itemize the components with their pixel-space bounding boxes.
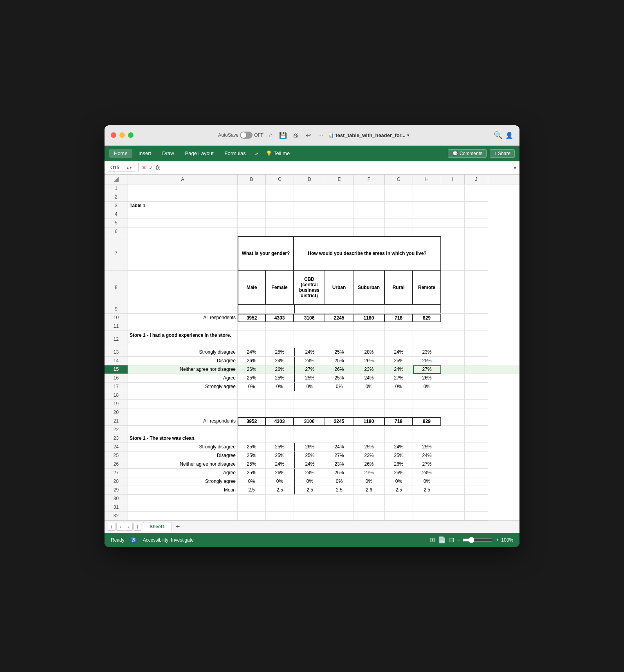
cell-h29[interactable]: 2.5: [413, 486, 441, 495]
cell-i22[interactable]: [441, 426, 465, 434]
cell-a9[interactable]: [128, 305, 238, 314]
cell-a17[interactable]: Strongly agree: [128, 383, 238, 391]
cell-c10[interactable]: 4303: [266, 314, 294, 322]
cell-e20[interactable]: [325, 408, 353, 417]
cell-b12[interactable]: [238, 331, 266, 348]
cell-f24[interactable]: 25%: [353, 443, 385, 452]
cell-h17[interactable]: 0%: [413, 383, 441, 391]
row-9[interactable]: 9: [105, 305, 128, 314]
row-22[interactable]: 22: [105, 426, 128, 434]
sheet-nav-next[interactable]: ›: [125, 523, 133, 531]
cell-f20[interactable]: [353, 408, 385, 417]
tab-page-layout[interactable]: Page Layout: [180, 149, 218, 158]
cell-c16[interactable]: 25%: [266, 374, 294, 383]
cell-h9[interactable]: [413, 305, 441, 314]
cell-c2[interactable]: [266, 193, 294, 202]
cell-g5[interactable]: [385, 219, 413, 228]
cell-dh7-header-area[interactable]: How would you describe the areas in whic…: [294, 236, 441, 271]
cell-f3[interactable]: [353, 202, 385, 210]
cell-f21[interactable]: 1180: [353, 417, 385, 426]
cell-d10[interactable]: 3106: [294, 314, 325, 322]
cell-g8-rural[interactable]: Rural: [385, 271, 413, 305]
cell-b13[interactable]: 24%: [238, 348, 266, 357]
cell-f1[interactable]: [353, 184, 385, 193]
cell-c23[interactable]: [266, 434, 294, 443]
cell-c24[interactable]: 25%: [266, 443, 294, 452]
col-header-f[interactable]: F: [353, 175, 385, 184]
cell-a18[interactable]: [128, 391, 238, 400]
cell-c32[interactable]: [266, 512, 294, 520]
cell-c19[interactable]: [266, 400, 294, 408]
cell-d20[interactable]: [294, 408, 325, 417]
cell-c12[interactable]: [266, 331, 294, 348]
cell-i6[interactable]: [441, 228, 465, 236]
cell-a4[interactable]: [128, 210, 238, 219]
cell-j5[interactable]: [465, 219, 488, 228]
cell-d2[interactable]: [294, 193, 325, 202]
cell-j29[interactable]: [465, 486, 488, 495]
cell-e23[interactable]: [325, 434, 353, 443]
cell-f30[interactable]: [353, 495, 385, 503]
cell-g9[interactable]: [385, 305, 413, 314]
row-19[interactable]: 19: [105, 400, 128, 408]
cell-b6[interactable]: [238, 228, 266, 236]
col-header-e[interactable]: E: [325, 175, 353, 184]
cell-b18[interactable]: [238, 391, 266, 400]
cell-b19[interactable]: [238, 400, 266, 408]
cell-b8-male[interactable]: Male: [238, 271, 266, 305]
cell-e24[interactable]: 24%: [325, 443, 353, 452]
tell-me-label[interactable]: Tell me: [274, 150, 290, 156]
cell-a15[interactable]: Neither agree nor disagree: [128, 365, 238, 374]
row-25[interactable]: 25: [105, 452, 128, 460]
cell-c29[interactable]: 2.5: [266, 486, 294, 495]
cell-e4[interactable]: [325, 210, 353, 219]
cell-d15[interactable]: 27%: [294, 365, 325, 374]
cell-c14[interactable]: 24%: [266, 357, 294, 365]
cell-a2[interactable]: [128, 193, 238, 202]
cell-h25[interactable]: 24%: [413, 452, 441, 460]
cell-d21[interactable]: 3106: [294, 417, 325, 426]
cell-g23[interactable]: [385, 434, 413, 443]
cell-g22[interactable]: [385, 426, 413, 434]
cell-i30[interactable]: [441, 495, 465, 503]
confirm-icon[interactable]: ✓: [149, 164, 153, 171]
cell-j17[interactable]: [465, 383, 488, 391]
cell-d17[interactable]: 0%: [294, 383, 325, 391]
cell-g12[interactable]: [385, 331, 413, 348]
more-icon[interactable]: ···: [317, 131, 325, 139]
cell-d30[interactable]: [294, 495, 325, 503]
home-icon[interactable]: ⌂: [267, 131, 274, 139]
cell-j16[interactable]: [465, 374, 488, 383]
cell-g17[interactable]: 0%: [385, 383, 413, 391]
cancel-icon[interactable]: ✕: [142, 164, 146, 171]
cell-b30[interactable]: [238, 495, 266, 503]
cell-a7[interactable]: [128, 236, 238, 271]
cell-j6[interactable]: [465, 228, 488, 236]
zoom-in-icon[interactable]: +: [496, 537, 499, 543]
col-header-a[interactable]: A: [128, 175, 238, 184]
cell-d26[interactable]: 24%: [294, 460, 325, 469]
cell-c15[interactable]: 26%: [266, 365, 294, 374]
cell-f12[interactable]: [353, 331, 385, 348]
cell-c9[interactable]: [266, 305, 294, 314]
cell-a13[interactable]: Strongly disagree: [128, 348, 238, 357]
cell-i8[interactable]: [441, 271, 465, 305]
cell-a10[interactable]: All respondents: [128, 314, 238, 322]
cell-j30[interactable]: [465, 495, 488, 503]
zoom-slider[interactable]: [462, 537, 494, 543]
cell-d6[interactable]: [294, 228, 325, 236]
cell-i24[interactable]: [441, 443, 465, 452]
cell-j7[interactable]: [465, 236, 488, 271]
cell-b15[interactable]: 26%: [238, 365, 266, 374]
cell-j10[interactable]: [465, 314, 488, 322]
cell-j26[interactable]: [465, 460, 488, 469]
row-14[interactable]: 14: [105, 357, 128, 365]
cell-i7[interactable]: [441, 236, 465, 271]
cell-f23[interactable]: [353, 434, 385, 443]
cell-i14[interactable]: [441, 357, 465, 365]
cell-h11[interactable]: [413, 322, 441, 331]
cell-b10[interactable]: 3952: [238, 314, 266, 322]
cell-j31[interactable]: [465, 503, 488, 512]
cell-f22[interactable]: [353, 426, 385, 434]
cell-g1[interactable]: [385, 184, 413, 193]
